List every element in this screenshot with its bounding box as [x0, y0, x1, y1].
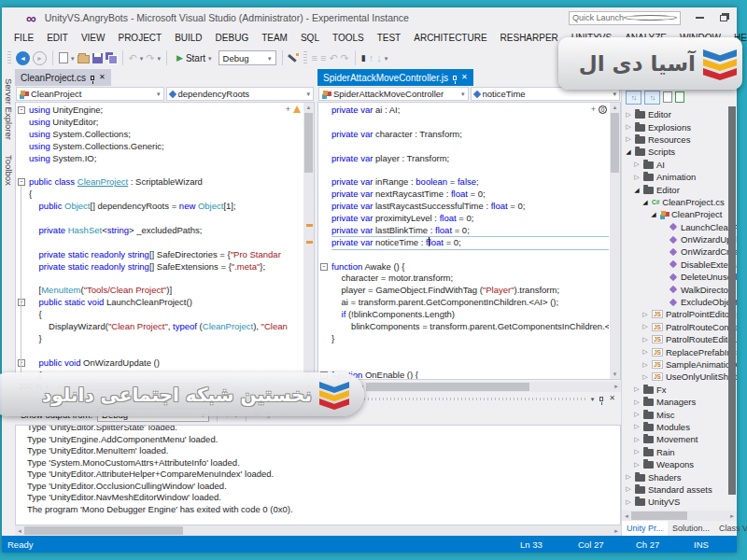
expander-icon[interactable]: ▷	[641, 361, 649, 369]
expander-icon[interactable]: ▷	[625, 135, 632, 143]
tree-item-ai[interactable]: ▷AI	[622, 159, 737, 171]
tree-item-shaders[interactable]: ▷Shaders	[622, 470, 737, 483]
tree-item-fx[interactable]: ▷Fx	[622, 384, 737, 396]
resharper-status-icon[interactable]: 0	[599, 105, 607, 114]
tree-item-deleteunused[interactable]: DeleteUnused	[622, 271, 737, 283]
type-dropdown[interactable]: SpiderAttackMoveController ▾	[318, 87, 469, 101]
expander-icon[interactable]: ▷	[641, 311, 649, 318]
start-debug-button[interactable]: ▶ Start ▾	[173, 53, 216, 63]
scrollbar-thumb[interactable]	[24, 526, 183, 535]
undo-button[interactable]: ↶	[129, 53, 137, 63]
code-editor[interactable]: + using UnityEngine;using UnityEditor;us…	[15, 102, 315, 380]
tree-item-replaceprefabinstanc[interactable]: ▷JSReplacePrefabInstanc	[622, 345, 737, 357]
split-handle-icon[interactable]: +	[591, 105, 596, 114]
tree-item-modules[interactable]: ▷Modules	[622, 421, 737, 433]
expander-icon[interactable]: ▷	[633, 385, 641, 393]
expander-icon[interactable]: ▷	[641, 373, 649, 381]
tree-item-weapons[interactable]: ▷Weapons	[622, 458, 737, 470]
menu-item-debug[interactable]: DEBUG	[209, 33, 256, 43]
vertical-scrollbar[interactable]: ▲ ▼	[303, 103, 314, 379]
find-in-files-button[interactable]	[289, 53, 299, 63]
redo-button[interactable]: ↷	[146, 53, 154, 63]
close-icon[interactable]: ✕	[99, 74, 106, 81]
tree-item-cleanproject-cs[interactable]: ◢C#CleanProject.cs	[622, 196, 737, 208]
tree-item-walkdirectory[interactable]: WalkDirectory	[622, 283, 737, 295]
tree-item-launchcleanp[interactable]: LaunchCleanP	[622, 221, 737, 233]
member-dropdown[interactable]: dependencyRoots ▾	[166, 87, 315, 101]
pin-icon[interactable]	[91, 76, 94, 80]
scroll-left-icon[interactable]: ◄	[622, 513, 631, 519]
fold-collapse-icon[interactable]: -	[18, 106, 25, 114]
navigate-back-button[interactable]: ◄	[16, 51, 30, 65]
navigate-forward-button[interactable]: ►	[33, 51, 47, 65]
scroll-up-icon[interactable]: ▲	[613, 103, 618, 112]
expander-icon[interactable]: ▷	[625, 111, 632, 119]
tree-item-scripts[interactable]: ◢Scripts	[622, 146, 737, 158]
tree-item-onwizardcrea[interactable]: OnWizardCrea	[622, 245, 737, 258]
expander-icon[interactable]: ◢	[641, 199, 649, 205]
menu-item-build[interactable]: BUILD	[168, 33, 208, 43]
sort-alphabetical-button[interactable]: ↑↓	[626, 91, 641, 105]
scroll-left-icon[interactable]: ◄	[15, 528, 24, 534]
navigate-forward-disabled-button[interactable]: ↷	[341, 53, 349, 63]
expander-icon[interactable]: ▷	[625, 498, 632, 506]
expander-icon[interactable]: ▷	[625, 123, 632, 131]
toggle-breakpoint-button[interactable]: ▮	[361, 53, 366, 63]
step-over-button[interactable]: ↓	[376, 53, 382, 63]
fold-collapse-icon[interactable]: -	[18, 299, 25, 306]
new-file-dropdown-icon[interactable]: ▾	[71, 55, 75, 62]
tree-item-useonlyunlitshaders[interactable]: ▷JSUseOnlyUnlitShaders	[622, 371, 737, 383]
tree-item-movement[interactable]: ▷Movement	[622, 433, 737, 445]
pin-icon[interactable]	[599, 397, 603, 401]
new-script-button[interactable]	[663, 91, 672, 103]
tree-item-sampleanimationons[interactable]: ▷JSSampleAnimationOnS	[622, 358, 737, 371]
horizontal-scrollbar[interactable]: ◄ ►	[357, 382, 621, 392]
scrollbar-thumb[interactable]	[304, 113, 313, 173]
expander-icon[interactable]: ▷	[633, 411, 641, 418]
redo-dropdown-icon[interactable]: ▾	[157, 55, 161, 62]
tree-item-editor[interactable]: ◢Editor	[622, 183, 737, 195]
panel-tab-unitypr[interactable]: Unity Pr...	[622, 521, 668, 536]
save-all-button[interactable]	[106, 52, 117, 63]
tree-item-managers[interactable]: ▷Managers	[622, 396, 737, 408]
close-icon[interactable]: ✕	[609, 395, 615, 402]
navigate-backward-disabled-button[interactable]: ↶	[329, 53, 337, 63]
tree-item-rain[interactable]: ▷Rain	[622, 446, 737, 458]
menu-item-project[interactable]: PROJECT	[111, 33, 168, 43]
expander-icon[interactable]: ▷	[633, 436, 641, 443]
code-editor[interactable]: + 0 private var ai : AI;private var char…	[317, 102, 621, 380]
tree-item-cleanproject[interactable]: ◢CleanProject	[622, 208, 737, 220]
resharper-warning-icon[interactable]	[293, 105, 301, 113]
tree-item-onwizardupd[interactable]: OnWizardUpd	[622, 233, 737, 245]
menu-item-test[interactable]: TEST	[371, 33, 408, 43]
expander-icon[interactable]: ▷	[633, 423, 641, 430]
expander-icon[interactable]: ▷	[625, 473, 632, 481]
tab-spiderattackmovecontroller[interactable]: SpiderAttackMoveController.js ✕	[317, 69, 473, 86]
scroll-down-icon[interactable]: ▼	[613, 370, 618, 379]
tool-window-tab-server-explorer[interactable]: Server Explorer	[4, 78, 14, 140]
sort-by-type-button[interactable]: ↑↓	[644, 91, 660, 105]
tree-item-disableexterna[interactable]: DisableExterna	[622, 259, 737, 271]
expander-icon[interactable]: ▷	[633, 161, 641, 168]
title-bar[interactable]: ∞ UnityVS.AngryBots - Microsoft Visual S…	[2, 7, 737, 28]
step-into-button[interactable]: ↑	[369, 53, 374, 63]
expander-icon[interactable]: ▷	[633, 448, 641, 455]
pin-icon[interactable]	[453, 76, 457, 80]
menu-item-resharper[interactable]: RESHARPER	[494, 33, 565, 43]
output-console[interactable]: Type 'UnityEditor.SplitterState' loaded.…	[15, 425, 621, 525]
expander-icon[interactable]: ◢	[633, 187, 641, 193]
menu-item-file[interactable]: FILE	[7, 33, 40, 43]
new-file-button[interactable]	[59, 52, 68, 63]
refresh-button[interactable]	[675, 91, 684, 103]
minimize-button[interactable]	[688, 9, 711, 26]
panel-tab-classvi[interactable]: Class Vi...	[714, 521, 747, 536]
quick-launch-input[interactable]: Quick Launch (Ctrl+Q)	[569, 11, 681, 25]
scroll-up-icon[interactable]: ▲	[306, 103, 312, 112]
close-icon[interactable]: ✕	[461, 74, 468, 81]
expander-icon[interactable]: ▷	[641, 323, 649, 330]
tree-item-animation[interactable]: ▷Animation	[622, 171, 737, 183]
scroll-right-icon[interactable]: ►	[612, 384, 621, 389]
fold-collapse-icon[interactable]: -	[18, 178, 25, 186]
vertical-scrollbar[interactable]	[728, 106, 736, 495]
show-errors-button[interactable]: ≡	[320, 53, 326, 63]
